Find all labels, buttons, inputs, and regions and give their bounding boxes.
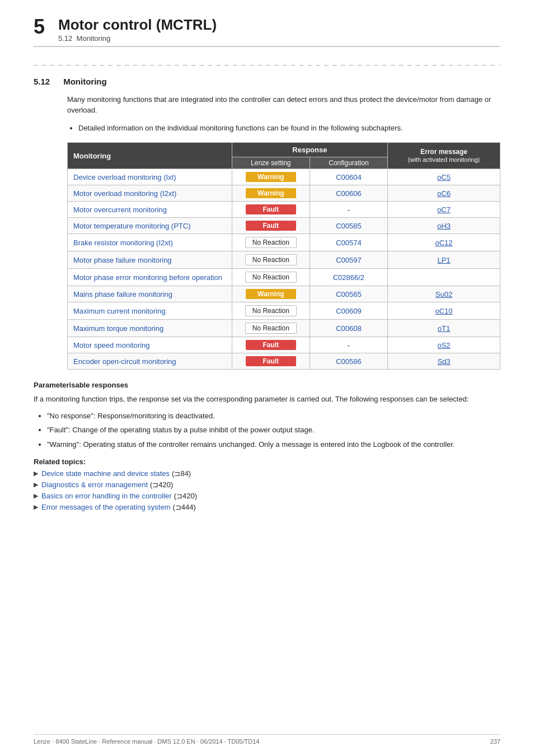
- config-link[interactable]: C00597: [336, 256, 362, 264]
- cell-monitoring[interactable]: Mains phase failure monitoring: [68, 286, 232, 302]
- cell-monitoring[interactable]: Motor speed monitoring: [68, 337, 232, 353]
- cell-config[interactable]: -: [310, 337, 387, 353]
- cell-monitoring[interactable]: Motor temperature monitoring (PTC): [68, 218, 232, 234]
- cell-monitoring[interactable]: Motor phase error monitoring before oper…: [68, 269, 232, 286]
- cell-config[interactable]: C00597: [310, 251, 387, 269]
- intro-paragraph: Many monitoring functions that are integ…: [67, 94, 500, 116]
- cell-response: No Reaction: [232, 234, 310, 251]
- monitoring-link[interactable]: Motor overcurrent monitoring: [73, 206, 167, 214]
- related-topics-heading: Related topics:: [34, 458, 500, 466]
- cell-monitoring[interactable]: Motor overcurrent monitoring: [68, 202, 232, 218]
- monitoring-link[interactable]: Device overload monitoring (Ixt): [73, 173, 176, 181]
- config-link[interactable]: C00586: [336, 357, 362, 366]
- response-badge: Warning: [246, 172, 296, 182]
- cell-config[interactable]: C00604: [310, 169, 387, 185]
- error-link[interactable]: oC12: [435, 239, 452, 247]
- cell-config[interactable]: C00609: [310, 302, 387, 320]
- error-link[interactable]: oS2: [437, 341, 450, 349]
- related-link-3[interactable]: Error messages of the operating system: [41, 503, 171, 511]
- cell-response: Warning: [232, 286, 310, 302]
- related-link-0[interactable]: Device state machine and device states: [41, 469, 170, 478]
- cell-config[interactable]: C00565: [310, 286, 387, 302]
- error-link[interactable]: oC5: [437, 173, 451, 181]
- error-link[interactable]: Su02: [435, 290, 452, 298]
- config-link[interactable]: C00585: [336, 222, 362, 230]
- chapter-number: 5: [34, 17, 45, 37]
- cell-config[interactable]: -: [310, 202, 387, 218]
- cell-config[interactable]: C00606: [310, 185, 387, 202]
- config-link[interactable]: C00606: [336, 189, 362, 198]
- param-heading: Parameterisable responses: [34, 381, 500, 389]
- cell-error[interactable]: oC5: [387, 169, 500, 185]
- config-link[interactable]: C00565: [336, 290, 362, 298]
- monitoring-link[interactable]: Motor overload monitoring (I2xt): [73, 189, 176, 198]
- arrow-icon-2: ▶: [34, 492, 38, 500]
- cell-config[interactable]: C00585: [310, 218, 387, 234]
- related-link-2[interactable]: Basics on error handling in the controll…: [41, 492, 172, 500]
- monitoring-link[interactable]: Maximum current monitoring: [73, 307, 166, 315]
- cell-error[interactable]: [387, 269, 500, 286]
- cell-response: Fault: [232, 337, 310, 353]
- chapter-title: Motor control (MCTRL): [58, 17, 217, 33]
- cell-config[interactable]: C02866/2: [310, 269, 387, 286]
- error-link[interactable]: oC10: [435, 307, 452, 315]
- config-link[interactable]: C00604: [336, 173, 362, 181]
- config-link[interactable]: C00608: [336, 324, 362, 333]
- cell-error[interactable]: oC12: [387, 234, 500, 251]
- table-row: Motor phase error monitoring before oper…: [68, 269, 500, 286]
- monitoring-link[interactable]: Motor phase failure monitoring: [73, 256, 172, 264]
- cell-monitoring[interactable]: Brake resistor monitoring (I2xt): [68, 234, 232, 251]
- cell-response: No Reaction: [232, 320, 310, 337]
- cell-error[interactable]: oH3: [387, 218, 500, 234]
- config-link[interactable]: C02866/2: [333, 273, 364, 282]
- response-badge: No Reaction: [245, 272, 297, 283]
- cell-error[interactable]: oC7: [387, 202, 500, 218]
- cell-config[interactable]: C00574: [310, 234, 387, 251]
- table-row: Motor phase failure monitoringNo Reactio…: [68, 251, 500, 269]
- cell-error[interactable]: Sd3: [387, 353, 500, 370]
- related-link-1[interactable]: Diagnostics & error management: [41, 480, 148, 489]
- error-link[interactable]: Sd3: [437, 357, 450, 366]
- cell-error[interactable]: oS2: [387, 337, 500, 353]
- cell-error[interactable]: Su02: [387, 286, 500, 302]
- error-link[interactable]: LP1: [437, 256, 450, 264]
- intro-bullet-1: Detailed information on the individual m…: [78, 123, 500, 134]
- cell-config[interactable]: C00608: [310, 320, 387, 337]
- monitoring-link[interactable]: Maximum torque monitoring: [73, 324, 163, 333]
- cell-monitoring[interactable]: Encoder open-circuit monitoring: [68, 353, 232, 370]
- monitoring-link[interactable]: Motor phase error monitoring before oper…: [73, 273, 222, 282]
- table-row: Encoder open-circuit monitoringFaultC005…: [68, 353, 500, 370]
- error-link[interactable]: oT1: [438, 324, 450, 333]
- section-title: Monitoring: [63, 77, 106, 86]
- cell-config[interactable]: C00586: [310, 353, 387, 370]
- param-section: Parameterisable responses If a monitorin…: [34, 381, 500, 450]
- response-badge: Fault: [246, 340, 296, 350]
- cell-monitoring[interactable]: Maximum torque monitoring: [68, 320, 232, 337]
- cell-monitoring[interactable]: Device overload monitoring (Ixt): [68, 169, 232, 185]
- error-link[interactable]: oH3: [437, 222, 451, 230]
- related-item-2: ▶Basics on error handling in the control…: [34, 492, 500, 500]
- cell-monitoring[interactable]: Maximum current monitoring: [68, 302, 232, 320]
- error-link[interactable]: oC6: [437, 189, 451, 198]
- cell-error[interactable]: oC6: [387, 185, 500, 202]
- table-row: Maximum current monitoringNo ReactionC00…: [68, 302, 500, 320]
- cell-error[interactable]: LP1: [387, 251, 500, 269]
- monitoring-link[interactable]: Motor speed monitoring: [73, 341, 150, 349]
- monitoring-link[interactable]: Mains phase failure monitoring: [73, 290, 172, 298]
- response-badge: No Reaction: [245, 237, 297, 248]
- config-link[interactable]: C00609: [336, 307, 362, 315]
- arrow-icon-0: ▶: [34, 470, 38, 477]
- cell-monitoring[interactable]: Motor phase failure monitoring: [68, 251, 232, 269]
- cell-monitoring[interactable]: Motor overload monitoring (I2xt): [68, 185, 232, 202]
- monitoring-link[interactable]: Encoder open-circuit monitoring: [73, 357, 176, 366]
- cell-error[interactable]: oT1: [387, 320, 500, 337]
- error-link[interactable]: oC7: [437, 206, 451, 214]
- monitoring-link[interactable]: Motor temperature monitoring (PTC): [73, 222, 191, 230]
- section-label-header: Monitoring: [77, 34, 111, 43]
- divider: _ _ _ _ _ _ _ _ _ _ _ _ _ _ _ _ _ _ _ _ …: [34, 57, 500, 66]
- cell-error[interactable]: oC10: [387, 302, 500, 320]
- monitoring-table: Monitoring Response Error message (with …: [67, 142, 500, 370]
- monitoring-link[interactable]: Brake resistor monitoring (I2xt): [73, 239, 173, 247]
- chapter-title-block: Motor control (MCTRL) 5.12 Monitoring: [58, 17, 217, 43]
- config-link[interactable]: C00574: [336, 239, 362, 247]
